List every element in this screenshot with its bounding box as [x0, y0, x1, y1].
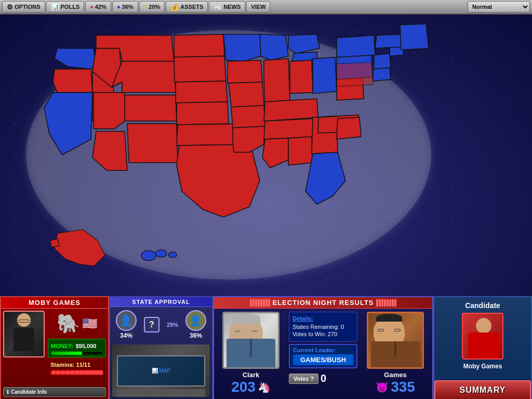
player-avatar	[3, 311, 45, 357]
approval-unknown: ?	[144, 317, 159, 332]
games-glasses-right	[394, 329, 401, 331]
svg-marker-29	[264, 99, 318, 121]
laptop-image: 📊 MAP	[112, 344, 210, 397]
election-title: ELECTION NIGHT RESULTS	[214, 297, 432, 309]
svg-point-48	[141, 250, 156, 260]
approval-portrait-3: 👤	[185, 310, 206, 331]
svg-marker-45	[400, 24, 429, 50]
svg-marker-36	[337, 35, 375, 57]
leader-label: Current Leader:	[293, 347, 353, 353]
svg-marker-13	[174, 56, 226, 82]
clark-hair	[232, 313, 260, 324]
title-bars-right	[376, 299, 396, 307]
svg-point-49	[155, 250, 167, 257]
assets-button[interactable]: 💰 ASSETS	[166, 1, 208, 12]
svg-marker-12	[174, 34, 224, 57]
view-button[interactable]: VIEW	[246, 1, 270, 12]
votes-button[interactable]: Votes ?	[289, 374, 318, 384]
us-map[interactable]	[16, 20, 442, 290]
details-title: Details:	[292, 315, 354, 322]
options-button[interactable]: ⚙ OPTIONS	[2, 1, 45, 12]
games-section: Games 😈 335	[362, 312, 429, 396]
summary-button[interactable]: SUMMARY	[434, 380, 531, 399]
games-tie	[394, 341, 396, 357]
candidate-section: Candidate Moby Games	[434, 297, 531, 380]
player-body	[14, 328, 34, 351]
toolbar: ⚙ OPTIONS 📊 POLLS ● 42% ● 36% ? 20% 💰 AS…	[0, 0, 532, 15]
votes-section: Votes ? 0	[289, 373, 357, 384]
zero-votes: 0	[321, 373, 326, 384]
stamina-bar	[50, 370, 103, 375]
games-suit	[371, 341, 420, 367]
state-approval-title: STATE APPROVAL	[110, 297, 212, 307]
stamina-section: Stamina: 11/11	[48, 360, 106, 375]
money-label: MONEY:	[51, 343, 73, 349]
polls-button[interactable]: 📊 POLLS	[46, 1, 85, 12]
clark-votes: 203	[231, 379, 256, 395]
money-bar-fill	[51, 352, 82, 355]
svg-marker-8	[125, 95, 177, 121]
candidate-body-right	[468, 332, 499, 358]
leader-value: GAMES/BUSH	[293, 354, 353, 365]
svg-marker-38	[337, 62, 373, 86]
approval-pct-2: 29%	[167, 322, 178, 328]
stat1: ● 42%	[85, 1, 111, 12]
player-stats: 🐘 🇺🇸 MONEY: $95,000 Stamina: 11/11	[48, 311, 106, 383]
left-panel-title: MOBY GAMES	[1, 297, 108, 309]
right-panel: Candidate Moby Games SUMMARY	[433, 296, 532, 399]
svg-marker-30	[264, 118, 320, 139]
candidate-info-button[interactable]: ℹ Candidate Info	[3, 387, 106, 397]
unicorn-icon: 🦄	[258, 381, 271, 393]
clark-section: Clark 203 🦄	[217, 312, 285, 396]
approval-candidate-3: 👤 36%	[185, 310, 206, 339]
candidate-label: Candidate	[465, 301, 500, 310]
states-remaining: States Remaining: 0	[292, 324, 354, 330]
left-panel: MOBY GAMES 🐘 🇺🇸	[0, 296, 109, 399]
games-votes: 335	[391, 379, 415, 395]
laptop-base	[117, 389, 205, 397]
svg-marker-23	[260, 34, 288, 60]
svg-marker-44	[375, 34, 404, 48]
svg-marker-32	[288, 137, 313, 165]
details-section: Details: States Remaining: 0 Votes to Wi…	[289, 312, 357, 396]
svg-marker-24	[264, 59, 290, 102]
news-button[interactable]: 📰 NEWS	[209, 1, 245, 12]
elephant-icon: 🐘	[57, 313, 80, 335]
stat2: ● 36%	[112, 1, 138, 12]
svg-marker-41	[373, 68, 391, 81]
clark-eyebrow-right	[251, 330, 258, 332]
svg-marker-1	[55, 48, 96, 69]
approval-pct-3: 36%	[190, 332, 202, 339]
svg-marker-20	[229, 82, 264, 107]
flag-icon: 🇺🇸	[82, 316, 98, 331]
svg-marker-28	[313, 57, 337, 94]
votes-to-win: Votes to Win: 270	[292, 331, 354, 337]
approval-candidate-2: 29%	[167, 322, 178, 328]
svg-marker-18	[223, 34, 261, 61]
leader-box: Current Leader: GAMES/BUSH	[289, 344, 357, 368]
svg-marker-9	[94, 92, 125, 129]
player-silhouette	[8, 313, 39, 355]
svg-marker-19	[228, 60, 262, 83]
approval-portrait-1: 👤	[116, 310, 137, 331]
svg-marker-2	[53, 69, 92, 92]
view-dropdown[interactable]: Normal Electoral Poll Issues	[468, 1, 530, 12]
svg-marker-14	[176, 81, 228, 103]
svg-marker-42	[374, 54, 391, 69]
clark-name: Clark	[243, 371, 260, 379]
candidate-portrait-right	[462, 313, 503, 360]
demon-icon: 😈	[376, 381, 389, 393]
svg-marker-47	[50, 239, 60, 247]
approval-bars: 👤 34% ? 29% 👤 36%	[110, 307, 212, 342]
stamina-bar-fill	[51, 370, 103, 375]
money-bar	[51, 351, 103, 355]
mascot-area: 🐘 🇺🇸	[48, 311, 106, 337]
clark-tie	[250, 339, 252, 357]
glasses-icon	[19, 320, 29, 323]
player-head	[17, 313, 31, 327]
info-icon: ℹ	[7, 389, 9, 395]
election-panel: ELECTION NIGHT RESULTS	[213, 296, 433, 399]
svg-point-50	[168, 252, 177, 258]
left-panel-content: 🐘 🇺🇸 MONEY: $95,000 Stamina: 11/11	[1, 309, 108, 385]
election-content: Clark 203 🦄 Details: States Remaining: 0…	[214, 309, 432, 399]
